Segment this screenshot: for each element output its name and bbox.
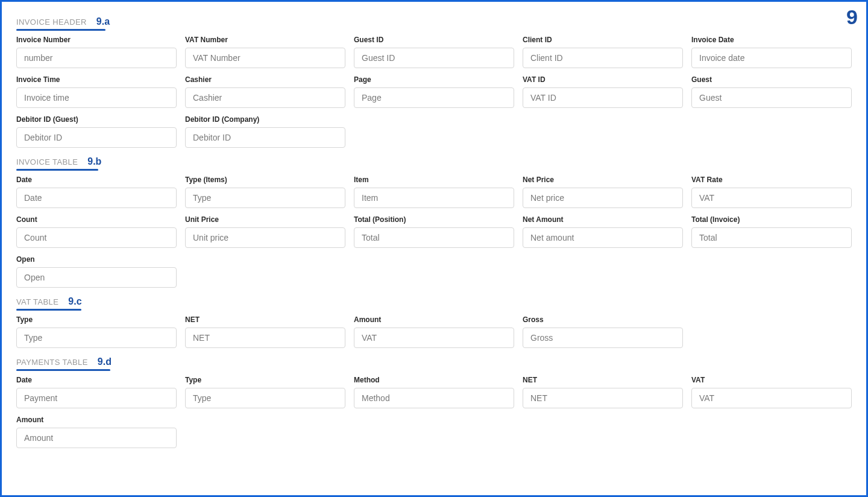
field-label: Date <box>16 376 177 384</box>
field-count: Count <box>16 215 177 248</box>
field-invoice-time: Invoice Time <box>16 75 177 108</box>
field-label: Cashier <box>185 75 345 84</box>
field-label: Net Price <box>523 176 683 184</box>
field-net-amount: Net Amount <box>523 215 683 248</box>
field-label: NET <box>523 376 683 384</box>
field-invoice-number: Invoice Number <box>16 36 177 68</box>
net-amount-input[interactable] <box>523 227 683 248</box>
field-label: Page <box>354 75 514 84</box>
invoice-time-input[interactable] <box>16 87 177 108</box>
item-input[interactable] <box>354 188 514 208</box>
section-annotation: 9.c <box>68 296 81 307</box>
date-input[interactable] <box>16 388 177 408</box>
amount-input[interactable] <box>16 428 177 448</box>
total-position-input[interactable] <box>354 227 514 248</box>
field-label: Debitor ID (Company) <box>185 115 345 124</box>
vat-number-input[interactable] <box>185 48 345 68</box>
field-vat: VAT <box>691 376 852 408</box>
debitor-id-company-input[interactable] <box>185 127 345 148</box>
field-label: Guest <box>691 75 852 84</box>
field-net: NET <box>523 376 683 408</box>
guest-input[interactable] <box>691 87 852 108</box>
field-cashier: Cashier <box>185 75 345 108</box>
field-vat-number: VAT Number <box>185 36 345 68</box>
field-label: Method <box>354 376 514 384</box>
section-annotation: 9.d <box>98 356 112 367</box>
cashier-input[interactable] <box>185 87 345 108</box>
open-input[interactable] <box>16 267 177 288</box>
section-underline <box>16 29 105 31</box>
vat-input[interactable] <box>691 388 852 408</box>
section-head-invoice-header: INVOICE HEADER 9.a <box>16 16 852 27</box>
section-title: PAYMENTS TABLE <box>16 358 88 367</box>
field-page: Page <box>354 75 514 108</box>
type-input[interactable] <box>16 328 177 348</box>
field-label: Total (Position) <box>354 215 514 224</box>
method-input[interactable] <box>354 388 514 408</box>
field-label: Type <box>16 315 177 324</box>
total-invoice-input[interactable] <box>691 227 852 248</box>
count-input[interactable] <box>16 227 177 248</box>
field-guest-id: Guest ID <box>354 36 514 68</box>
section-annotation: 9.b <box>87 156 101 167</box>
field-label: Type <box>185 376 345 384</box>
client-id-input[interactable] <box>523 48 683 68</box>
page-input[interactable] <box>354 87 514 108</box>
debitor-id-guest-input[interactable] <box>16 127 177 148</box>
field-label: Invoice Time <box>16 75 177 84</box>
field-label: Date <box>16 176 177 184</box>
unit-price-input[interactable] <box>185 227 345 248</box>
field-label: Guest ID <box>354 36 514 44</box>
form-frame: 9 INVOICE HEADER 9.a Invoice NumberVAT N… <box>0 0 868 497</box>
section-head-invoice-table: INVOICE TABLE 9.b <box>16 156 852 167</box>
vat-id-input[interactable] <box>523 87 683 108</box>
field-label: Invoice Number <box>16 36 177 44</box>
section-underline <box>16 369 110 371</box>
field-vat-rate: VAT Rate <box>691 176 852 208</box>
section-title: VAT TABLE <box>16 297 58 306</box>
field-debitor-id-guest: Debitor ID (Guest) <box>16 115 177 148</box>
field-debitor-id-company: Debitor ID (Company) <box>185 115 345 148</box>
field-label: Unit Price <box>185 215 345 224</box>
amount-input[interactable] <box>354 328 514 348</box>
grid-payments-table: DateTypeMethodNETVATAmount <box>16 376 852 448</box>
invoice-date-input[interactable] <box>691 48 852 68</box>
field-label: VAT <box>691 376 852 384</box>
invoice-number-input[interactable] <box>16 48 177 68</box>
type-input[interactable] <box>185 388 345 408</box>
field-label: VAT Rate <box>691 176 852 184</box>
field-label: Amount <box>16 416 177 424</box>
field-total-position: Total (Position) <box>354 215 514 248</box>
field-label: Item <box>354 176 514 184</box>
field-label: Amount <box>354 315 514 324</box>
grid-invoice-header: Invoice NumberVAT NumberGuest IDClient I… <box>16 36 852 148</box>
field-type: Type <box>16 315 177 348</box>
field-client-id: Client ID <box>523 36 683 68</box>
gross-input[interactable] <box>523 328 683 348</box>
field-net-price: Net Price <box>523 176 683 208</box>
field-label: Debitor ID (Guest) <box>16 115 177 124</box>
field-label: Invoice Date <box>691 36 852 44</box>
field-amount: Amount <box>354 315 514 348</box>
field-label: NET <box>185 315 345 324</box>
field-label: Open <box>16 255 177 264</box>
field-label: VAT ID <box>523 75 683 84</box>
net-price-input[interactable] <box>523 188 683 208</box>
field-type: Type <box>185 376 345 408</box>
content-area: INVOICE HEADER 9.a Invoice NumberVAT Num… <box>2 2 866 465</box>
field-label: Net Amount <box>523 215 683 224</box>
field-label: Type (Items) <box>185 176 345 184</box>
grid-invoice-table: DateType (Items)ItemNet PriceVAT RateCou… <box>16 176 852 288</box>
vat-rate-input[interactable] <box>691 188 852 208</box>
field-date: Date <box>16 176 177 208</box>
field-guest: Guest <box>691 75 852 108</box>
section-annotation: 9.a <box>96 16 110 27</box>
net-input[interactable] <box>185 328 345 348</box>
grid-vat-table: TypeNETAmountGross <box>16 315 852 348</box>
type-items-input[interactable] <box>185 188 345 208</box>
date-input[interactable] <box>16 188 177 208</box>
net-input[interactable] <box>523 388 683 408</box>
section-underline <box>16 169 98 171</box>
field-label: Count <box>16 215 177 224</box>
guest-id-input[interactable] <box>354 48 514 68</box>
